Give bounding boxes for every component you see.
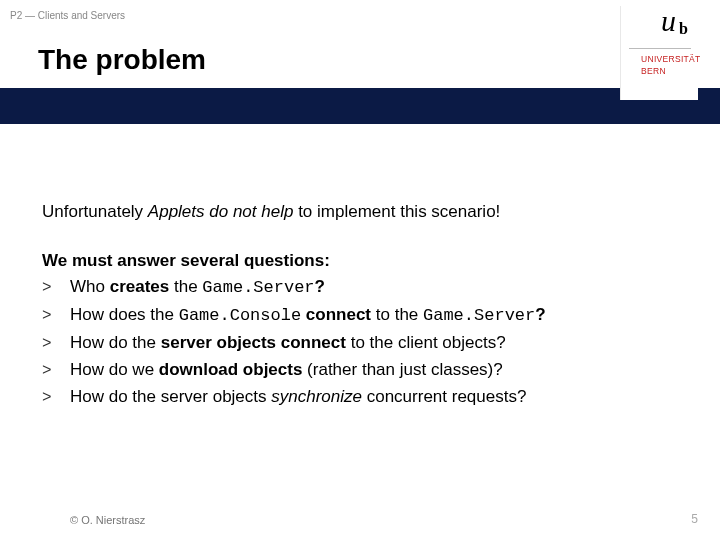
- questions-heading: We must answer several questions:: [42, 249, 672, 274]
- chevron-icon: >: [42, 387, 52, 410]
- list-item: > How do the server objects connect to t…: [42, 331, 672, 356]
- body-content: Unfortunately Applets do not help to imp…: [42, 200, 672, 412]
- accent-band: [0, 88, 720, 124]
- questions-list: > Who creates the Game.Server? > How doe…: [42, 275, 672, 410]
- logo-letter-b: b: [679, 20, 688, 38]
- chevron-icon: >: [42, 277, 52, 300]
- list-item: > How do the server objects synchronize …: [42, 385, 672, 410]
- breadcrumb: P2 — Clients and Servers: [10, 10, 125, 21]
- page-number: 5: [691, 512, 698, 526]
- list-item-text: Who creates the Game.Server?: [70, 275, 325, 301]
- lead-sentence: Unfortunately Applets do not help to imp…: [42, 200, 672, 225]
- chevron-icon: >: [42, 333, 52, 356]
- lead-post: to implement this scenario!: [293, 202, 500, 221]
- list-item-text: How do the server objects synchronize co…: [70, 385, 526, 410]
- footer-copyright: © O. Nierstrasz: [70, 514, 145, 526]
- chevron-icon: >: [42, 360, 52, 383]
- logo-divider: [629, 48, 691, 49]
- list-item: > How do we download objects (rather tha…: [42, 358, 672, 383]
- slide: P2 — Clients and Servers The problem u b…: [0, 0, 720, 540]
- list-item-text: How do the server objects connect to the…: [70, 331, 506, 356]
- logo-bern-label: BERN: [641, 66, 666, 76]
- university-logo: u b UNIVERSITÄT BERN: [620, 6, 698, 100]
- lead-pre: Unfortunately: [42, 202, 148, 221]
- title-wrap: The problem: [38, 44, 206, 76]
- logo-letter-u: u: [661, 4, 676, 38]
- list-item-text: How do we download objects (rather than …: [70, 358, 503, 383]
- logo-university-label: UNIVERSITÄT: [641, 54, 701, 64]
- page-title: The problem: [38, 44, 206, 76]
- lead-emphasis: Applets do not help: [148, 202, 294, 221]
- list-item: > How does the Game.Console connect to t…: [42, 303, 672, 329]
- list-item-text: How does the Game.Console connect to the…: [70, 303, 546, 329]
- list-item: > Who creates the Game.Server?: [42, 275, 672, 301]
- chevron-icon: >: [42, 305, 52, 328]
